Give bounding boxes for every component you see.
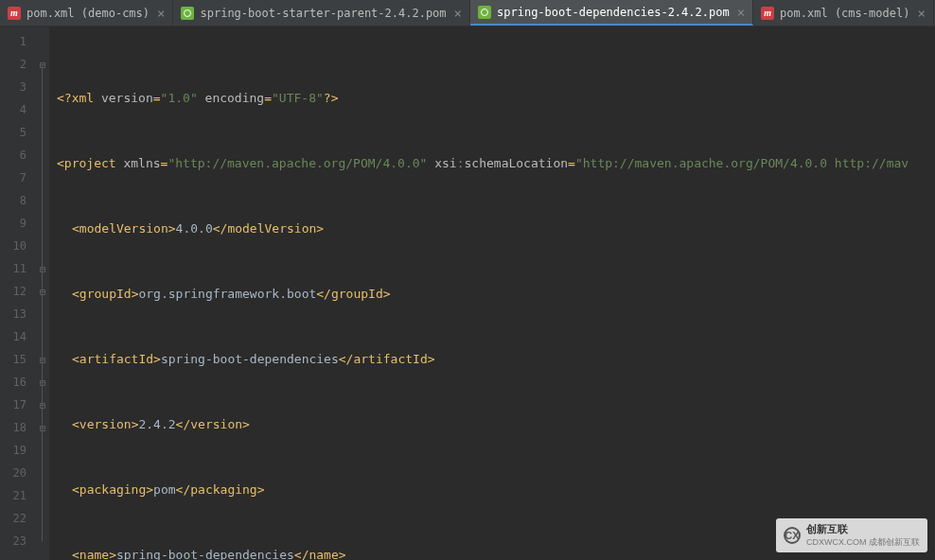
close-icon[interactable]: ×: [157, 6, 165, 21]
spring-boot-icon: [478, 6, 491, 19]
tab-spring-boot-dependencies[interactable]: spring-boot-dependencies-2.4.2.pom ×: [470, 0, 753, 26]
maven-icon: m: [8, 7, 21, 20]
code-line: <project xmlns="http://maven.apache.org/…: [57, 152, 935, 175]
tab-label: spring-boot-dependencies-2.4.2.pom: [497, 6, 730, 19]
code-editor[interactable]: 1234567891011121314151617181920212223 ⊟ …: [0, 26, 935, 560]
close-icon[interactable]: ×: [737, 5, 745, 20]
editor-tabs-bar: m pom.xml (demo-cms) × spring-boot-start…: [0, 0, 935, 26]
code-line: <?xml version="1.0" encoding="UTF-8"?>: [57, 87, 935, 110]
spring-boot-icon: [181, 7, 194, 20]
fold-gutter: ⊟ ⊟ ⊟ ⊟ ⊟ ⊟ ⊟: [36, 26, 49, 560]
code-line: <packaging>pom</packaging>: [57, 479, 935, 501]
code-line: <modelVersion>4.0.0</modelVersion>: [57, 218, 935, 240]
code-content[interactable]: <?xml version="1.0" encoding="UTF-8"?> <…: [49, 26, 935, 560]
tab-label: pom.xml (demo-cms): [26, 7, 150, 20]
tab-spring-boot-starter-parent[interactable]: spring-boot-starter-parent-2.4.2.pom ×: [173, 0, 470, 26]
code-line: <version>2.4.2</version>: [57, 413, 935, 436]
code-line: <artifactId>spring-boot-dependencies</ar…: [57, 348, 935, 371]
close-icon[interactable]: ×: [917, 6, 925, 21]
tab-label: spring-boot-starter-parent-2.4.2.pom: [200, 7, 446, 20]
line-number-gutter: 1234567891011121314151617181920212223: [0, 26, 36, 560]
watermark-logo-icon: CX: [784, 527, 801, 544]
maven-icon: m: [761, 7, 774, 20]
watermark-badge: CX 创新互联 CDXWCX.COM 成都创新互联: [776, 518, 927, 552]
watermark-domain: CDXWCX.COM 成都创新互联: [806, 536, 920, 549]
watermark-company: 创新互联: [806, 522, 920, 536]
close-icon[interactable]: ×: [454, 6, 462, 21]
tab-label: pom.xml (cms-model): [780, 7, 909, 20]
code-line: <groupId>org.springframework.boot</group…: [57, 283, 935, 306]
tab-pom-cms-model[interactable]: m pom.xml (cms-model) ×: [753, 0, 934, 26]
tab-pom-demo-cms[interactable]: m pom.xml (demo-cms) ×: [0, 0, 173, 26]
